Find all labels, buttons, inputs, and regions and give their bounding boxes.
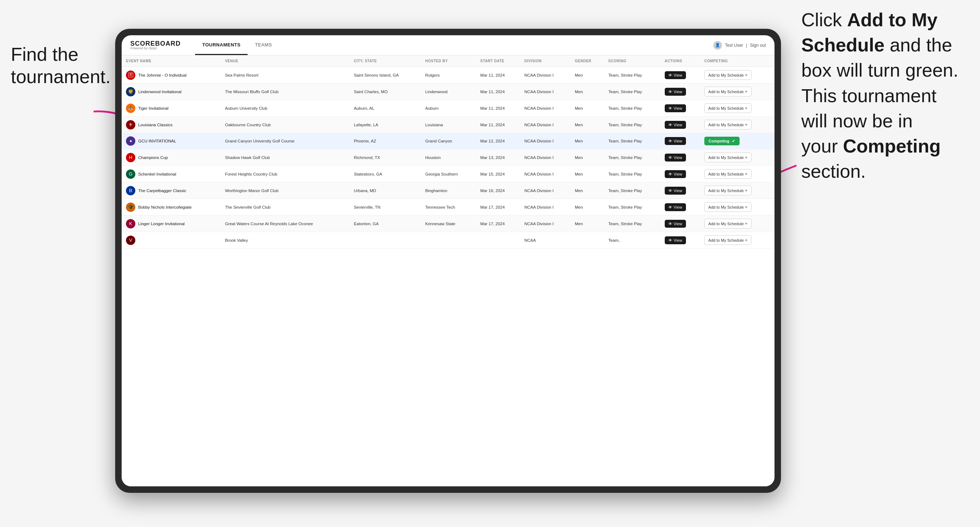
event-name-cell-6: G Schenkel Invitational	[122, 166, 221, 183]
view-button[interactable]: 👁 View	[665, 104, 686, 112]
col-gender: GENDER	[570, 56, 604, 67]
cell-gender	[570, 232, 604, 249]
table-header-row: EVENT NAME VENUE CITY, STATE HOSTED BY S…	[122, 56, 775, 67]
col-venue: VENUE	[221, 56, 350, 67]
nav-right: 👤 Test User | Sign out	[713, 41, 766, 50]
eye-icon: 👁	[668, 73, 672, 77]
tab-tournaments[interactable]: TOURNAMENTS	[195, 35, 248, 55]
table-row: V Brook ValleyNCAATeam, 👁 View Add to My…	[122, 232, 775, 249]
plus-icon: +	[745, 72, 748, 78]
cell-venue: Great Waters Course At Reynolds Lake Oco…	[221, 216, 350, 232]
cell-division: NCAA Division I	[520, 183, 570, 199]
competing-cell: Add to My Schedule +	[700, 166, 775, 183]
view-button[interactable]: 👁 View	[665, 237, 686, 244]
cell-city: Saint Simons Island, GA	[350, 67, 421, 83]
cell-venue: Forest Heights Country Club	[221, 166, 350, 183]
actions-cell: 👁 View	[660, 117, 700, 133]
plus-icon: +	[745, 89, 748, 94]
view-button[interactable]: 👁 View	[665, 187, 686, 195]
event-name-text: Lindenwood Invitational	[138, 90, 181, 94]
view-button[interactable]: 👁 View	[665, 88, 686, 96]
plus-icon: +	[745, 237, 748, 243]
event-name-text: The Carpetbagger Classic	[138, 189, 186, 193]
annotation-left-line1: Find the	[11, 44, 78, 65]
add-to-schedule-button[interactable]: Add to My Schedule +	[704, 87, 751, 97]
competing-button[interactable]: Competing ✓	[704, 137, 739, 145]
cell-venue: Worthington Manor Golf Club	[221, 183, 350, 199]
tournaments-table: EVENT NAME VENUE CITY, STATE HOSTED BY S…	[122, 56, 775, 249]
cell-hosted: Tennessee Tech	[421, 199, 476, 216]
cell-city: Eatonton, GA	[350, 216, 421, 232]
cell-venue: Sea Palms Resort	[221, 67, 350, 83]
sign-out-link[interactable]: Sign out	[750, 43, 766, 48]
annotation-left-line2: tournament.	[11, 66, 111, 87]
view-button[interactable]: 👁 View	[665, 170, 686, 178]
team-logo: V	[126, 236, 135, 245]
cell-city: Richmond, TX	[350, 149, 421, 166]
col-scoring: SCORING	[604, 56, 660, 67]
cell-gender: Men	[570, 133, 604, 149]
tab-teams[interactable]: TEAMS	[248, 35, 279, 55]
col-hosted-by: HOSTED BY	[421, 56, 476, 67]
cell-venue: Oakbourne Country Club	[221, 117, 350, 133]
cell-date: Mar 12, 2024	[476, 133, 520, 149]
eye-icon: 👁	[668, 90, 672, 94]
competing-cell: Add to My Schedule +	[700, 216, 775, 232]
cell-date: Mar 11, 2024	[476, 117, 520, 133]
cell-city	[350, 232, 421, 249]
add-to-schedule-button[interactable]: Add to My Schedule +	[704, 202, 751, 212]
add-to-schedule-button[interactable]: Add to My Schedule +	[704, 120, 751, 130]
view-button[interactable]: 👁 View	[665, 220, 686, 228]
tablet-screen: SCOREBOARD Powered by clippd TOURNAMENTS…	[122, 35, 775, 486]
view-button[interactable]: 👁 View	[665, 154, 686, 162]
add-to-schedule-button[interactable]: Add to My Schedule +	[704, 70, 751, 80]
table-row: G Schenkel Invitational Forest Heights C…	[122, 166, 775, 183]
view-button[interactable]: 👁 View	[665, 71, 686, 79]
view-button[interactable]: 👁 View	[665, 121, 686, 129]
cell-division: NCAA	[520, 232, 570, 249]
add-to-schedule-button[interactable]: Add to My Schedule +	[704, 152, 751, 162]
nav-bar: SCOREBOARD Powered by clippd TOURNAMENTS…	[122, 35, 775, 56]
team-logo: ⚜	[126, 120, 135, 130]
cell-venue: The Sevierville Golf Club	[221, 199, 350, 216]
view-button[interactable]: 👁 View	[665, 203, 686, 211]
annotation-right-text: Click Add to MySchedule and thebox will …	[802, 10, 958, 182]
cell-scoring: Team,	[604, 232, 660, 249]
actions-cell: 👁 View	[660, 67, 700, 83]
cell-gender: Men	[570, 67, 604, 83]
col-competing: COMPETING	[700, 56, 775, 67]
cell-city: Urbana, MD	[350, 183, 421, 199]
actions-cell: 👁 View	[660, 216, 700, 232]
cell-division: NCAA Division I	[520, 133, 570, 149]
team-logo: ✦	[126, 137, 135, 146]
add-to-schedule-button[interactable]: Add to My Schedule +	[704, 235, 751, 245]
team-logo: 🐯	[126, 103, 135, 113]
event-name-cell-7: B The Carpetbagger Classic	[122, 183, 221, 199]
cell-hosted	[421, 232, 476, 249]
nav-tabs: TOURNAMENTS TEAMS	[195, 35, 279, 55]
add-to-schedule-button[interactable]: Add to My Schedule +	[704, 219, 751, 229]
event-name-cell-0: 🅁 The Johnnie - O Individual	[122, 67, 221, 83]
competing-cell: Add to My Schedule +	[700, 232, 775, 249]
add-to-schedule-button[interactable]: Add to My Schedule +	[704, 169, 751, 179]
add-to-schedule-button[interactable]: Add to My Schedule +	[704, 186, 751, 195]
cell-division: NCAA Division I	[520, 166, 570, 183]
plus-icon: +	[745, 122, 748, 127]
view-button[interactable]: 👁 View	[665, 137, 686, 145]
add-to-schedule-button[interactable]: Add to My Schedule +	[704, 103, 751, 113]
team-logo: 🅁	[126, 70, 135, 80]
event-name-cell-4: ✦ GCU INVITATIONAL	[122, 133, 221, 149]
team-logo: H	[126, 153, 135, 162]
competing-cell: Add to My Schedule +	[700, 183, 775, 199]
eye-icon: 👁	[668, 139, 672, 143]
cell-date: Mar 17, 2024	[476, 216, 520, 232]
eye-icon: 👁	[668, 172, 672, 176]
event-name-text: GCU INVITATIONAL	[138, 139, 177, 143]
table-row: ✦ GCU INVITATIONAL Grand Canyon Universi…	[122, 133, 775, 149]
competing-cell: Add to My Schedule +	[700, 199, 775, 216]
cell-division: NCAA Division I	[520, 199, 570, 216]
cell-scoring: Team, Stroke Play	[604, 149, 660, 166]
eye-icon: 👁	[668, 238, 672, 243]
table-row: ⚜ Louisiana Classics Oakbourne Country C…	[122, 117, 775, 133]
cell-scoring: Team, Stroke Play	[604, 133, 660, 149]
